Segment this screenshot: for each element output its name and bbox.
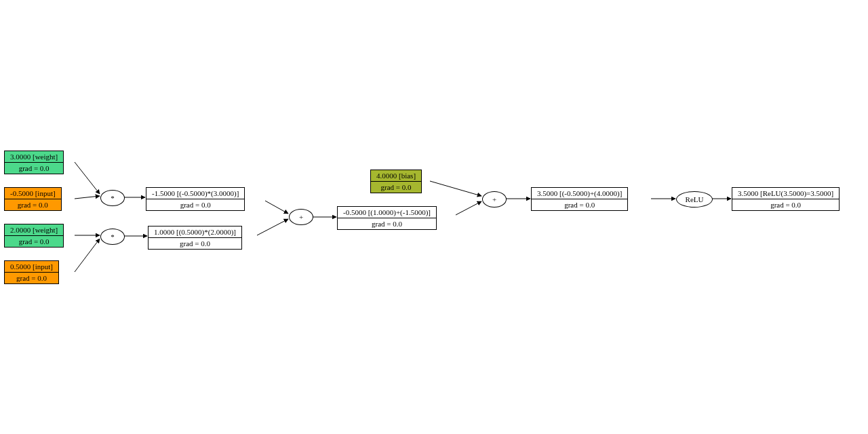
grad: grad = 0.0: [146, 199, 244, 210]
val: 1.0000 [(0.5000)*(2.0000)]: [149, 226, 241, 238]
node-input-1: -0.5000 [input] grad = 0.0: [4, 187, 62, 211]
svg-line-1: [75, 196, 100, 199]
grad: grad = 0.0: [5, 273, 58, 283]
val: 3.5000 [(-0.5000)+(4.0000)]: [532, 188, 627, 199]
svg-line-7: [257, 219, 288, 235]
grad: grad = 0.0: [149, 238, 241, 249]
node-mul-result-2: 1.0000 [(0.5000)*(2.0000)] grad = 0.0: [148, 226, 242, 250]
val: -0.5000 [input]: [5, 188, 61, 199]
grad: grad = 0.0: [732, 199, 839, 210]
op-add-1: +: [289, 209, 313, 225]
node-input-2: 0.5000 [input] grad = 0.0: [4, 260, 59, 284]
grad: grad = 0.0: [532, 199, 627, 210]
op-label: *: [111, 233, 115, 241]
val: 0.5000 [input]: [5, 261, 58, 273]
grad: grad = 0.0: [5, 236, 63, 247]
val: 3.5000 [ReLU(3.5000)=3.5000]: [732, 188, 839, 199]
op-add-2: +: [482, 191, 507, 208]
op-relu: ReLU: [676, 191, 713, 208]
val: -1.5000 [(-0.5000)*(3.0000)]: [146, 188, 244, 199]
grad: grad = 0.0: [338, 218, 436, 229]
op-label: ReLU: [686, 195, 704, 203]
grad: grad = 0.0: [5, 199, 61, 210]
node-mul-result-1: -1.5000 [(-0.5000)*(3.0000)] grad = 0.0: [146, 187, 245, 211]
op-label: *: [111, 194, 115, 202]
val: -0.5000 [(1.0000)+(-1.5000)]: [338, 207, 436, 218]
val: 3.0000 [weight]: [5, 151, 63, 163]
op-label: +: [299, 213, 303, 221]
svg-line-6: [265, 201, 288, 214]
op-multiply-2: *: [100, 229, 125, 245]
node-add-result-1: -0.5000 [(1.0000)+(-1.5000)] grad = 0.0: [337, 206, 437, 230]
node-relu-result: 3.5000 [ReLU(3.5000)=3.5000] grad = 0.0: [732, 187, 840, 211]
op-label: +: [492, 195, 496, 203]
node-bias: 4.0000 [bias] grad = 0.0: [370, 170, 422, 193]
svg-line-0: [75, 162, 100, 194]
val: 4.0000 [bias]: [371, 170, 421, 182]
op-multiply-1: *: [100, 190, 125, 206]
node-weight-2: 2.0000 [weight] grad = 0.0: [4, 224, 64, 248]
svg-line-4: [75, 239, 100, 272]
grad: grad = 0.0: [371, 182, 421, 193]
grad: grad = 0.0: [5, 163, 63, 174]
node-add-result-2: 3.5000 [(-0.5000)+(4.0000)] grad = 0.0: [531, 187, 628, 211]
node-weight-1: 3.0000 [weight] grad = 0.0: [4, 151, 64, 174]
val: 2.0000 [weight]: [5, 224, 63, 236]
svg-line-9: [430, 181, 481, 196]
svg-line-10: [456, 201, 481, 215]
